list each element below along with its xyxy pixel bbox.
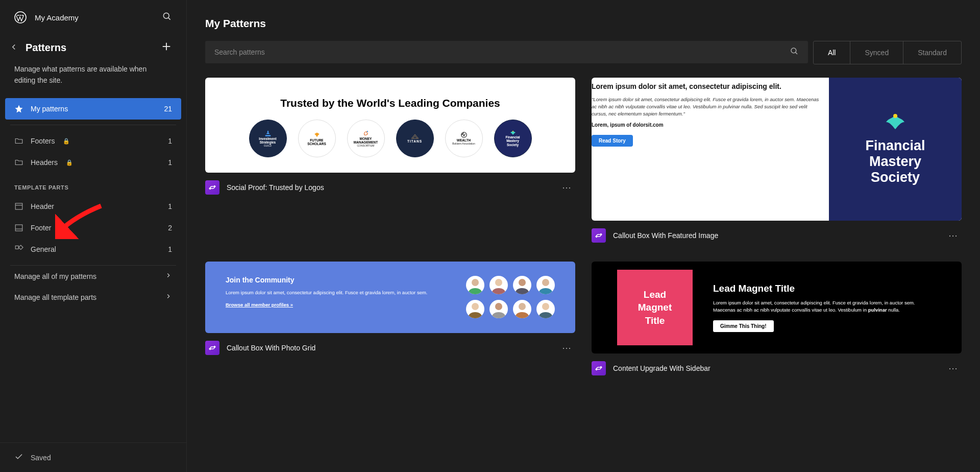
- nav-item-count: 1: [168, 202, 172, 210]
- filter-tabs: All Synced Standard: [813, 41, 962, 64]
- filter-tab-all[interactable]: All: [814, 41, 851, 64]
- pattern-title[interactable]: Callout Box With Featured Image: [613, 231, 718, 240]
- nav-item-count: 1: [168, 158, 172, 167]
- pattern-card: Join the Community Lorem ipsum dolor sit…: [205, 262, 575, 376]
- site-title-area[interactable]: My Academy: [14, 11, 79, 23]
- svg-rect-7: [15, 225, 22, 231]
- pattern-actions-button[interactable]: ⋯: [559, 180, 575, 195]
- pattern-actions-button[interactable]: ⋯: [559, 340, 575, 356]
- pattern-preview[interactable]: LeadMagnetTitle Lead Magnet Title Lorem …: [592, 262, 962, 353]
- toolbar: All Synced Standard: [205, 41, 962, 64]
- search-patterns-input[interactable]: [214, 48, 790, 56]
- svg-point-20: [542, 279, 549, 286]
- svg-point-22: [495, 303, 502, 310]
- pattern-meta: Callout Box With Featured Image ⋯: [592, 228, 962, 243]
- sidebar-description: Manage what patterns are available when …: [0, 63, 186, 98]
- pattern-card: Trusted by the World's Leading Companies…: [205, 78, 575, 243]
- add-pattern-button[interactable]: [161, 40, 172, 56]
- page-title: My Patterns: [205, 17, 962, 30]
- avatar: [466, 300, 484, 318]
- svg-point-14: [461, 132, 467, 138]
- pattern-categories: My patterns 21 Footers 🔒 1 Headers 🔒: [0, 98, 186, 173]
- svg-line-12: [795, 52, 797, 54]
- nav-item-footers[interactable]: Footers 🔒 1: [5, 130, 181, 152]
- pattern-title[interactable]: Social Proof: Trusted by Logos: [227, 183, 324, 192]
- pattern-actions-button[interactable]: ⋯: [945, 228, 962, 243]
- svg-point-13: [366, 131, 368, 132]
- pattern-meta: Social Proof: Trusted by Logos ⋯: [205, 180, 575, 195]
- manage-template-parts-link[interactable]: Manage all template parts: [0, 287, 186, 308]
- nav-item-headers[interactable]: Headers 🔒 1: [5, 152, 181, 173]
- nav-item-count: 1: [168, 245, 172, 253]
- check-icon: [14, 452, 23, 463]
- avatar: [466, 276, 484, 294]
- nav-item-label: General: [31, 245, 56, 253]
- sidebar: My Academy Patterns Manage what patterns…: [0, 0, 187, 472]
- read-story-button: Read Story: [592, 135, 633, 147]
- footer-layout-icon: [14, 223, 23, 232]
- sidebar-title: Patterns: [26, 42, 66, 54]
- pattern-preview[interactable]: Trusted by the World's Leading Companies…: [205, 78, 575, 173]
- svg-point-23: [519, 303, 526, 310]
- logo-investment-strategies: InvestmentStrategiesGUILD: [249, 120, 287, 157]
- nav-item-label: Header: [31, 202, 54, 210]
- saved-label: Saved: [31, 454, 51, 462]
- svg-rect-9: [15, 246, 18, 249]
- svg-point-11: [791, 48, 796, 53]
- logo-future-scholars: FUTURESCHOLARS: [298, 120, 336, 157]
- pattern-meta: Callout Box With Photo Grid ⋯: [205, 340, 575, 356]
- folder-icon: [14, 136, 23, 146]
- logo-money-management: MONEYMANAGEMENTCONSORTIUM: [347, 120, 385, 157]
- main-content: My Patterns All Synced Standard Trusted …: [187, 0, 980, 472]
- manage-my-patterns-label: Manage all of my patterns: [14, 272, 96, 280]
- preview-brand-panel: Financial Mastery Society: [829, 78, 962, 221]
- avatar: [513, 276, 531, 294]
- svg-point-19: [519, 279, 526, 286]
- nav-item-my-patterns[interactable]: My patterns 21: [5, 98, 181, 120]
- svg-point-16: [893, 114, 897, 118]
- logo-financial-mastery: FinancialMasterySociety: [494, 120, 532, 157]
- nav-item-count: 21: [164, 105, 172, 113]
- filter-tab-synced[interactable]: Synced: [850, 41, 903, 64]
- template-parts-list: Header 1 Footer 2 General 1: [0, 196, 186, 266]
- svg-rect-5: [15, 203, 22, 209]
- brand-icon: [885, 113, 905, 133]
- pattern-preview[interactable]: Join the Community Lorem ipsum dolor sit…: [205, 262, 575, 333]
- manage-template-parts-label: Manage all template parts: [14, 293, 96, 301]
- back-button[interactable]: [9, 42, 18, 54]
- lock-icon: 🔒: [63, 138, 70, 145]
- nav-item-footer-part[interactable]: Footer 2: [5, 217, 181, 239]
- pattern-card: Lorem ipsum dolor sit amet, consectetur …: [592, 78, 962, 243]
- pattern-actions-button[interactable]: ⋯: [945, 361, 962, 376]
- search-icon: [790, 46, 799, 58]
- svg-rect-10: [19, 245, 23, 249]
- site-title: My Academy: [35, 13, 79, 22]
- pattern-meta: Content Upgrade With Sidebar ⋯: [592, 361, 962, 376]
- avatar: [536, 276, 555, 294]
- lock-icon: 🔒: [66, 159, 73, 166]
- general-layout-icon: [14, 245, 23, 254]
- manage-my-patterns-link[interactable]: Manage all of my patterns: [0, 266, 186, 287]
- wordpress-logo-icon: [14, 11, 27, 23]
- preview-heading: Trusted by the World's Leading Companies: [218, 97, 562, 109]
- avatar: [489, 276, 508, 294]
- svg-point-15: [512, 131, 513, 132]
- lead-magnet-box: LeadMagnetTitle: [617, 270, 693, 345]
- pattern-title[interactable]: Content Upgrade With Sidebar: [613, 364, 710, 372]
- avatar-grid: [466, 276, 555, 319]
- search-patterns-box[interactable]: [205, 41, 808, 63]
- nav-item-header-part[interactable]: Header 1: [5, 196, 181, 217]
- pattern-card: LeadMagnetTitle Lead Magnet Title Lorem …: [592, 262, 962, 376]
- synced-pattern-icon: [205, 341, 219, 355]
- synced-pattern-icon: [205, 180, 219, 195]
- svg-point-24: [542, 303, 549, 310]
- pattern-title[interactable]: Callout Box With Photo Grid: [227, 344, 315, 352]
- header-layout-icon: [14, 202, 23, 211]
- svg-point-18: [495, 279, 502, 286]
- pattern-preview[interactable]: Lorem ipsum dolor sit amet, consectetur …: [592, 78, 962, 221]
- filter-tab-standard[interactable]: Standard: [903, 41, 961, 64]
- nav-item-general-part[interactable]: General 1: [5, 239, 181, 260]
- avatar: [513, 300, 531, 318]
- command-palette-icon[interactable]: [162, 11, 172, 23]
- nav-item-count: 2: [168, 224, 172, 232]
